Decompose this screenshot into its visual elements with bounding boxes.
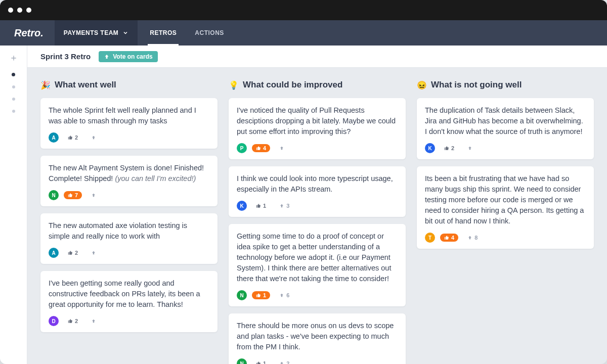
- retro-title: Sprint 3 Retro: [40, 52, 91, 61]
- window-dot[interactable]: [26, 8, 31, 13]
- upvote-pill[interactable]: [87, 192, 100, 199]
- thumbs-pill[interactable]: 2: [440, 144, 458, 152]
- upvote-pill[interactable]: [87, 249, 100, 256]
- card-meta: D2: [49, 316, 209, 326]
- card-text: The whole Sprint felt well really planne…: [49, 105, 209, 126]
- thumbs-count: 7: [75, 192, 78, 198]
- upvote-pill[interactable]: 2: [275, 359, 293, 364]
- thumbs-pill[interactable]: 7: [64, 191, 82, 199]
- card-meta: K2: [425, 143, 586, 153]
- thumbs-count: 2: [451, 145, 454, 151]
- retro-card[interactable]: I think we could look into more typescri…: [229, 166, 406, 217]
- sidebar-dot[interactable]: [12, 98, 15, 101]
- thumbs-up-icon: [68, 135, 73, 140]
- column-header: 💡What could be improved: [229, 80, 406, 90]
- board-column: 😖What is not going wellThe duplication o…: [417, 80, 594, 364]
- thumbs-count: 1: [263, 203, 266, 209]
- retro-card[interactable]: Getting some time to do a proof of conce…: [229, 224, 406, 306]
- retro-card[interactable]: I've noticed the quality of Pull Request…: [229, 98, 406, 159]
- card-meta: A2: [49, 132, 209, 143]
- column-header: 🎉What went well: [40, 80, 218, 90]
- thumbs-up-icon: [256, 146, 261, 151]
- tab-retros[interactable]: RETROS: [141, 20, 186, 46]
- thumbs-pill[interactable]: 4: [440, 234, 458, 242]
- retro-card[interactable]: The whole Sprint felt well really planne…: [40, 98, 218, 149]
- upvote-pill[interactable]: 3: [275, 202, 293, 210]
- window-titlebar: [0, 0, 607, 20]
- avatar: N: [237, 358, 247, 364]
- retro-card[interactable]: The new Alt Payment System is done! Fini…: [40, 156, 218, 206]
- avatar: N: [237, 290, 247, 300]
- card-text: The new automated axe violation testing …: [49, 220, 209, 242]
- card-text: There should be more onus on us devs to …: [237, 321, 398, 352]
- upvote-icon: [279, 203, 284, 208]
- upvote-pill[interactable]: 6: [275, 291, 293, 299]
- thumbs-count: 2: [75, 250, 78, 256]
- upvote-pill[interactable]: [87, 317, 100, 325]
- retro-card[interactable]: Its been a bit frustrating that we have …: [417, 166, 594, 249]
- tab-actions[interactable]: ACTIONS: [186, 20, 233, 46]
- card-text: I've been getting some really good and c…: [49, 278, 209, 310]
- avatar: D: [49, 316, 59, 326]
- thumbs-pill[interactable]: 1: [252, 291, 270, 299]
- thumbs-pill[interactable]: 2: [64, 133, 82, 142]
- thumbs-up-icon: [68, 318, 73, 324]
- board-column: 💡What could be improvedI've noticed the …: [229, 80, 406, 364]
- thumbs-pill[interactable]: 1: [252, 359, 270, 364]
- thumbs-up-icon: [68, 193, 73, 198]
- thumbs-count: 2: [75, 318, 78, 324]
- window-dot[interactable]: [17, 8, 22, 13]
- navbar: Retro. PAYMENTS TEAM RETROS ACTIONS: [0, 20, 607, 46]
- card-meta: N12: [237, 358, 398, 364]
- card-meta: N7: [49, 190, 209, 200]
- add-retro-button[interactable]: ＋: [9, 52, 18, 64]
- vote-on-cards-button[interactable]: Vote on cards: [99, 51, 157, 62]
- sidebar-dot[interactable]: [12, 110, 15, 113]
- upvote-icon: [91, 318, 96, 324]
- card-text: Its been a bit frustrating that we have …: [425, 173, 586, 226]
- card-text: I think we could look into more typescri…: [237, 173, 398, 195]
- thumbs-pill[interactable]: 1: [252, 202, 270, 210]
- retro-card[interactable]: I've been getting some really good and c…: [40, 271, 218, 332]
- upvote-icon: [91, 250, 96, 255]
- thumbs-pill[interactable]: 4: [252, 144, 270, 152]
- upvote-pill[interactable]: [87, 134, 100, 141]
- upvote-pill[interactable]: [463, 145, 476, 152]
- thumbs-pill[interactable]: 2: [64, 249, 82, 257]
- column-emoji: 😖: [417, 80, 427, 90]
- thumbs-up-icon: [444, 146, 449, 151]
- sidebar-dot[interactable]: [12, 85, 15, 88]
- card-meta: A2: [49, 248, 209, 258]
- thumbs-count: 4: [263, 145, 266, 151]
- retro-card[interactable]: The duplication of Task details between …: [417, 98, 594, 159]
- sidebar-dot[interactable]: [12, 73, 15, 76]
- board-column: 🎉What went wellThe whole Sprint felt wel…: [40, 80, 218, 364]
- window-dot[interactable]: [8, 8, 13, 13]
- thumbs-count: 1: [263, 292, 266, 298]
- vote-label: Vote on cards: [113, 53, 152, 60]
- thumbs-pill[interactable]: 2: [64, 317, 82, 325]
- avatar: A: [49, 248, 59, 258]
- upvote-icon: [104, 54, 110, 60]
- avatar: A: [49, 132, 59, 143]
- upvote-icon: [467, 146, 472, 151]
- board-header: Sprint 3 Retro Vote on cards: [27, 46, 607, 68]
- upvote-count: 2: [286, 360, 289, 364]
- team-select[interactable]: PAYMENTS TEAM: [55, 20, 138, 46]
- card-text: Getting some time to do a proof of conce…: [237, 231, 398, 284]
- upvote-icon: [279, 293, 284, 298]
- upvote-pill[interactable]: [275, 145, 288, 152]
- retro-card[interactable]: There should be more onus on us devs to …: [229, 313, 406, 364]
- upvote-icon: [467, 235, 472, 240]
- column-emoji: 💡: [229, 80, 239, 90]
- thumbs-up-icon: [68, 250, 73, 255]
- card-meta: N16: [237, 290, 398, 300]
- retro-card[interactable]: The new automated axe violation testing …: [40, 213, 218, 264]
- upvote-count: 6: [286, 292, 289, 298]
- upvote-pill[interactable]: 8: [463, 234, 482, 242]
- column-title: What is not going well: [431, 80, 522, 90]
- team-name: PAYMENTS TEAM: [64, 29, 119, 36]
- thumbs-up-icon: [444, 235, 449, 240]
- upvote-count: 8: [474, 235, 478, 241]
- upvote-icon: [91, 193, 96, 198]
